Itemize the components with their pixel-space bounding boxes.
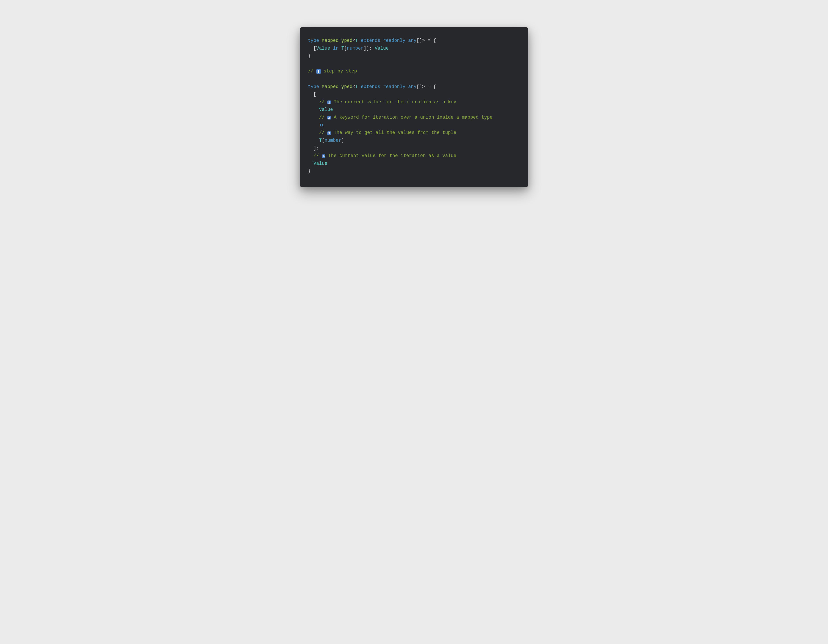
bracket-close-colon: ]: xyxy=(314,146,319,151)
comment-text: step by step xyxy=(321,69,357,74)
comment-step-1: // 1 The current value for the iteration… xyxy=(308,99,456,105)
comment-slashes: // xyxy=(308,69,316,74)
bracket-open: [ xyxy=(344,46,347,51)
comment-slashes: // xyxy=(319,99,328,105)
indent xyxy=(308,123,319,128)
indent xyxy=(308,146,314,151)
angle-bracket-close: > xyxy=(422,38,425,43)
value-identifier: Value xyxy=(375,46,389,51)
bracket-close: ] xyxy=(341,138,344,143)
comment-step-by-step: // ⬇ step by step xyxy=(308,69,357,74)
keyword-any: any xyxy=(408,84,417,89)
keyword-in: in xyxy=(319,123,325,128)
array-brackets: [] xyxy=(417,38,422,43)
comment-step-2: // 2 A keyword for iteration over a unio… xyxy=(308,115,492,120)
comment-text: The current value for the iteration as a… xyxy=(325,153,456,158)
indent-bracket: [ xyxy=(308,92,316,97)
keyword-readonly: readonly xyxy=(383,38,405,43)
indent xyxy=(308,153,314,158)
colon: : xyxy=(369,46,375,51)
t-identifier: T xyxy=(319,138,322,143)
generic-param: T xyxy=(355,84,358,89)
code-block-container: type MappedTyped<T extends readonly any[… xyxy=(300,27,528,187)
keyword-in: in xyxy=(333,46,339,51)
keyword-number: number xyxy=(325,138,342,143)
indent xyxy=(308,138,319,143)
bracket-close-close: ]] xyxy=(364,46,369,51)
keyword-extends: extends xyxy=(361,38,380,43)
keyword-extends: extends xyxy=(361,84,380,89)
comment-slashes: // xyxy=(319,115,328,120)
comment-step-4: // 4 The current value for the iteration… xyxy=(308,153,456,158)
value-identifier: Value xyxy=(316,46,330,51)
t-identifier: T xyxy=(341,46,344,51)
indent-bracket: [ xyxy=(308,46,316,51)
keyword-readonly: readonly xyxy=(383,84,405,89)
type-identifier: MappedTyped xyxy=(322,38,353,43)
comment-text: The current value for the iteration as a… xyxy=(331,99,456,105)
keyword-any: any xyxy=(408,38,417,43)
code-content: type MappedTyped<T extends readonly any[… xyxy=(308,37,520,175)
indent xyxy=(308,99,319,105)
indent xyxy=(308,161,314,166)
equals-brace: = { xyxy=(425,38,436,43)
angle-bracket-close: > xyxy=(422,84,425,89)
number-3-icon: 3 xyxy=(327,131,331,135)
keyword-type: type xyxy=(308,38,319,43)
indent xyxy=(308,130,319,135)
comment-slashes: // xyxy=(314,153,322,158)
type-identifier: MappedTyped xyxy=(322,84,353,89)
generic-param: T xyxy=(355,38,358,43)
indent xyxy=(308,107,319,112)
number-1-icon: 1 xyxy=(327,101,331,104)
comment-text: The way to get all the values from the t… xyxy=(331,130,456,135)
array-brackets: [] xyxy=(417,84,422,89)
close-brace: } xyxy=(308,168,311,174)
comment-slashes: // xyxy=(319,130,328,135)
number-4-icon: 4 xyxy=(322,154,326,158)
comment-text: A keyword for iteration over a union ins… xyxy=(331,115,492,120)
bracket-open: [ xyxy=(322,138,325,143)
equals-brace: = { xyxy=(425,84,436,89)
angle-bracket-open: < xyxy=(353,84,355,89)
down-arrow-icon: ⬇ xyxy=(316,69,321,74)
keyword-type: type xyxy=(308,84,319,89)
close-brace: } xyxy=(308,53,311,58)
value-identifier: Value xyxy=(319,107,333,112)
angle-bracket-open: < xyxy=(353,38,355,43)
number-2-icon: 2 xyxy=(327,116,331,120)
keyword-number: number xyxy=(347,46,364,51)
comment-step-3: // 3 The way to get all the values from … xyxy=(308,130,456,135)
indent xyxy=(308,115,319,120)
value-identifier: Value xyxy=(314,161,328,166)
